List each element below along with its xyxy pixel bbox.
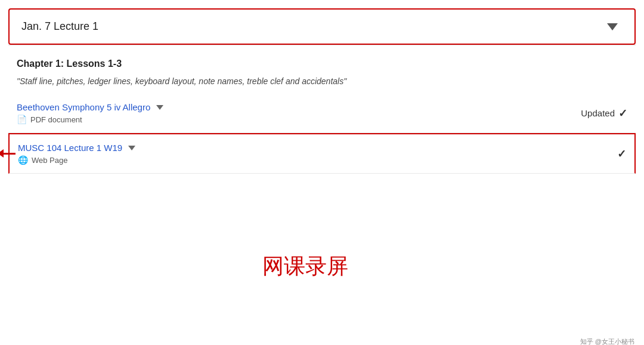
- watermark-label: 知乎 @女王小秘书: [580, 337, 634, 345]
- resource-item-top-2: MUSC 104 Lecture 1 W19: [18, 143, 135, 153]
- globe-icon: 🌐: [18, 155, 28, 165]
- resource-type-label-2: Web Page: [32, 156, 67, 165]
- red-arrow-wrapper: [0, 149, 16, 158]
- check-icon-2: ✓: [617, 147, 626, 161]
- resource-type-label: PDF document: [30, 115, 82, 124]
- resource-status-2: ✓: [617, 147, 626, 161]
- resource-item-left: Beethoven Symphony 5 iv Allegro 📄 PDF do…: [17, 102, 163, 124]
- watermark: 知乎 @女王小秘书: [580, 337, 634, 345]
- resource-item-top: Beethoven Symphony 5 iv Allegro: [17, 102, 163, 112]
- resource-link-beethoven[interactable]: Beethoven Symphony 5 iv Allegro: [17, 102, 150, 112]
- check-icon: ✓: [618, 107, 627, 120]
- lecture-header[interactable]: Jan. 7 Lecture 1: [8, 8, 636, 45]
- document-icon: 📄: [17, 115, 27, 124]
- chapter-section: Chapter 1: Lessons 1-3 "Staff line, pitc…: [0, 45, 644, 94]
- chapter-title: Chapter 1: Lessons 1-3: [17, 58, 627, 69]
- updated-label: Updated: [581, 108, 615, 118]
- page-wrapper: Jan. 7 Lecture 1 Chapter 1: Lessons 1-3 …: [0, 8, 644, 345]
- resource-expand-icon[interactable]: [156, 105, 163, 110]
- lecture-title: Jan. 7 Lecture 1: [21, 20, 98, 33]
- chinese-overlay-text: 网课录屏: [262, 252, 348, 281]
- arrow-shaft: [4, 153, 16, 155]
- second-item-wrapper: MUSC 104 Lecture 1 W19 🌐 Web Page ✓: [8, 133, 636, 174]
- resource-list: Beethoven Symphony 5 iv Allegro 📄 PDF do…: [0, 94, 644, 174]
- chapter-description: "Staff line, pitches, ledger lines, keyb…: [17, 75, 627, 88]
- resource-item: Beethoven Symphony 5 iv Allegro 📄 PDF do…: [8, 94, 636, 133]
- resource-item-left-2: MUSC 104 Lecture 1 W19 🌐 Web Page: [18, 143, 135, 165]
- resource-item-boxed: MUSC 104 Lecture 1 W19 🌐 Web Page ✓: [8, 133, 636, 174]
- resource-meta: 📄 PDF document: [17, 115, 163, 124]
- resource-status: Updated ✓: [581, 107, 627, 120]
- resource-meta-2: 🌐 Web Page: [18, 155, 135, 165]
- resource-link-musc[interactable]: MUSC 104 Lecture 1 W19: [18, 143, 122, 153]
- chevron-down-icon[interactable]: [607, 23, 618, 30]
- resource-expand-icon-2[interactable]: [128, 146, 135, 150]
